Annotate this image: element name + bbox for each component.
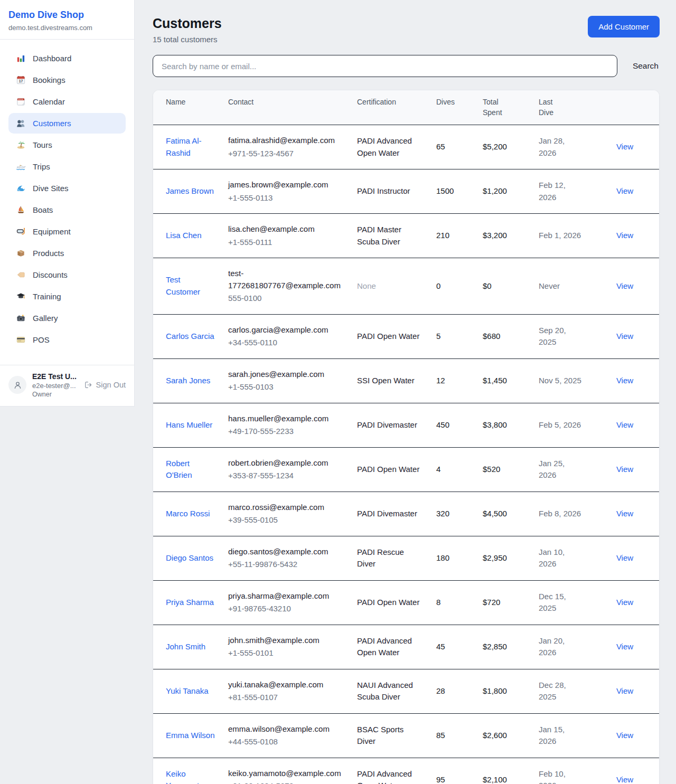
sidebar-item-products[interactable]: Products <box>8 243 126 263</box>
view-link[interactable]: View <box>616 420 633 429</box>
view-link[interactable]: View <box>616 598 633 607</box>
sidebar-item-boats[interactable]: Boats <box>8 200 126 220</box>
sidebar-item-dashboard[interactable]: Dashboard <box>8 48 126 69</box>
customer-dives: 12 <box>430 358 476 403</box>
customer-dives: 5 <box>430 314 476 358</box>
customer-certification: PADI Rescue Diver <box>357 546 424 570</box>
customer-last-dive: Feb 12, 2026 <box>532 169 589 214</box>
customer-total-spent: $5,200 <box>476 125 532 169</box>
search-button[interactable]: Search <box>632 58 660 74</box>
customer-certification: PADI Open Water <box>357 597 424 609</box>
customer-phone: 555-0100 <box>228 292 344 305</box>
customer-email: yuki.tanaka@example.com <box>228 679 344 691</box>
view-link[interactable]: View <box>616 231 633 240</box>
add-customer-button[interactable]: Add Customer <box>588 16 660 37</box>
customer-name-link[interactable]: Emma Wilson <box>166 731 215 740</box>
customer-name-link[interactable]: John Smith <box>166 642 205 651</box>
customer-name-link[interactable]: Diego Santos <box>166 553 213 562</box>
view-link[interactable]: View <box>616 332 633 341</box>
sidebar-item-dive-sites[interactable]: Dive Sites <box>8 178 126 199</box>
customer-phone: +1-555-0103 <box>228 381 344 393</box>
table-row: Keiko Yamamoto keiko.yamamoto@example.co… <box>153 758 660 784</box>
sidebar-item-customers[interactable]: Customers <box>8 113 126 134</box>
customer-name-link[interactable]: James Brown <box>166 186 214 195</box>
sidebar-item-training[interactable]: Training <box>8 286 126 307</box>
customer-name-link[interactable]: Fatima Al-Rashid <box>166 136 202 157</box>
customer-name-link[interactable]: Keiko Yamamoto <box>166 769 203 784</box>
customer-certification: PADI Open Water <box>357 464 424 476</box>
user-name: E2E Test U... <box>32 372 78 381</box>
view-link[interactable]: View <box>616 509 633 518</box>
table-row: Lisa Chen lisa.chen@example.com +1-555-0… <box>153 214 660 258</box>
customer-total-spent: $2,950 <box>476 536 532 580</box>
customer-dives: 1500 <box>430 169 476 214</box>
customer-last-dive: Jan 20, 2026 <box>532 625 589 669</box>
view-link[interactable]: View <box>616 775 633 784</box>
sidebar-item-bookings[interactable]: Bookings <box>8 70 126 90</box>
column-header-total-spent: Total Spent <box>476 90 532 125</box>
customer-dives: 65 <box>430 125 476 169</box>
customer-phone: +81-90-1234-5678 <box>228 780 344 784</box>
view-link[interactable]: View <box>616 686 633 695</box>
user-role: Owner <box>32 391 78 398</box>
customer-certification: PADI Open Water <box>357 330 424 343</box>
view-link[interactable]: View <box>616 731 633 740</box>
view-link[interactable]: View <box>616 186 633 195</box>
customer-certification: NAUI Advanced Scuba Diver <box>357 679 424 703</box>
customer-total-spent: $720 <box>476 580 532 625</box>
customer-name-link[interactable]: Sarah Jones <box>166 376 210 385</box>
view-link[interactable]: View <box>616 376 633 385</box>
sidebar-item-tours[interactable]: Tours <box>8 135 126 155</box>
customer-name-link[interactable]: Priya Sharma <box>166 598 214 607</box>
customer-certification: PADI Advanced Open Water <box>357 135 424 159</box>
customer-name-link[interactable]: Robert O'Brien <box>166 459 192 480</box>
customer-last-dive: Jan 28, 2026 <box>532 125 589 169</box>
view-link[interactable]: View <box>616 465 633 474</box>
customer-last-dive: Dec 15, 2025 <box>532 580 589 625</box>
customer-last-dive: Feb 5, 2026 <box>532 403 589 447</box>
sidebar-item-gallery[interactable]: Gallery <box>8 308 126 328</box>
main-content: Customers 15 total customers Add Custome… <box>153 0 660 784</box>
view-link[interactable]: View <box>616 142 633 151</box>
avatar <box>8 376 26 394</box>
search-input[interactable] <box>153 55 617 77</box>
customer-name-link[interactable]: Lisa Chen <box>166 231 202 240</box>
customer-name-link[interactable]: Yuki Tanaka <box>166 686 209 695</box>
shop-header: Demo Dive Shop demo.test.divestreams.com <box>0 0 134 40</box>
shop-domain: demo.test.divestreams.com <box>8 24 126 32</box>
table-row: Diego Santos diego.santos@example.com +5… <box>153 536 660 580</box>
search-bar: Search <box>153 55 660 77</box>
pos-icon <box>16 335 26 345</box>
customer-name-link[interactable]: Test Customer <box>166 275 200 296</box>
sign-out-button[interactable]: Sign Out <box>84 381 126 389</box>
column-header-contact: Contact <box>222 90 351 125</box>
view-link[interactable]: View <box>616 281 633 290</box>
sidebar-item-discounts[interactable]: Discounts <box>8 265 126 285</box>
customer-count: 15 total customers <box>153 35 222 44</box>
sidebar-item-calendar[interactable]: Calendar <box>8 91 126 112</box>
customer-phone: +49-170-555-2233 <box>228 426 344 438</box>
sign-out-icon <box>84 381 92 389</box>
user-section: E2E Test U... e2e-tester@... Owner Sign … <box>0 365 134 406</box>
customer-name-link[interactable]: Marco Rossi <box>166 509 210 518</box>
view-link[interactable]: View <box>616 553 633 562</box>
table-row: Carlos Garcia carlos.garcia@example.com … <box>153 314 660 358</box>
sidebar-item-pos[interactable]: POS <box>8 329 126 350</box>
customer-name-link[interactable]: Carlos Garcia <box>166 332 214 341</box>
view-link[interactable]: View <box>616 642 633 651</box>
customers-table: NameContactCertificationDivesTotal Spent… <box>153 90 660 784</box>
table-row: Sarah Jones sarah.jones@example.com +1-5… <box>153 358 660 403</box>
column-header-last-dive: Last Dive <box>532 90 589 125</box>
customer-certification: PADI Divemaster <box>357 419 424 431</box>
customer-last-dive: Jan 15, 2026 <box>532 713 589 758</box>
customer-total-spent: $1,200 <box>476 169 532 214</box>
customer-last-dive: Nov 5, 2025 <box>532 358 589 403</box>
tours-icon <box>16 140 26 150</box>
customer-last-dive: Jan 10, 2026 <box>532 536 589 580</box>
sidebar-item-equipment[interactable]: Equipment <box>8 221 126 242</box>
customer-name-link[interactable]: Hans Mueller <box>166 420 212 429</box>
customer-dives: 0 <box>430 258 476 315</box>
shop-title: Demo Dive Shop <box>8 10 126 21</box>
sidebar-item-trips[interactable]: Trips <box>8 156 126 177</box>
customer-phone: +1-555-0111 <box>228 237 344 249</box>
